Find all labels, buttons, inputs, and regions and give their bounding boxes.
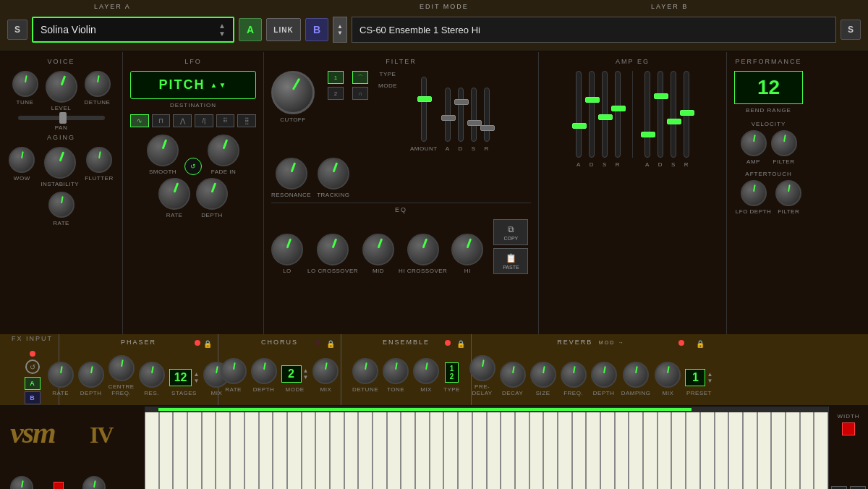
white-key[interactable] <box>700 412 715 489</box>
aftertouch-filter-knob[interactable] <box>775 180 801 206</box>
white-key[interactable] <box>715 412 729 489</box>
white-key[interactable] <box>558 412 572 489</box>
ensemble-detune-knob[interactable] <box>352 358 378 384</box>
white-key[interactable] <box>629 412 643 489</box>
pitch-knob[interactable] <box>82 476 106 489</box>
filter-a-fader[interactable] <box>421 77 427 142</box>
filter-d-fader[interactable] <box>445 88 451 142</box>
wave-square[interactable]: ⊓ <box>152 114 171 127</box>
white-key[interactable] <box>230 412 244 489</box>
white-key[interactable] <box>529 412 544 489</box>
volume-knob[interactable] <box>10 476 33 489</box>
on-button[interactable]: ON <box>850 486 866 489</box>
filter-r-fader[interactable] <box>471 88 477 142</box>
amp-a-fader[interactable] <box>576 71 582 158</box>
white-key[interactable] <box>358 412 373 489</box>
flutter-knob[interactable] <box>86 147 112 173</box>
white-key[interactable] <box>814 412 828 489</box>
cutoff-knob[interactable] <box>271 71 315 114</box>
white-key[interactable] <box>259 412 273 489</box>
wave-sine[interactable]: ∿ <box>130 114 149 127</box>
amp-d-fader[interactable] <box>589 71 595 158</box>
white-key[interactable] <box>800 412 814 489</box>
copy-button[interactable]: ⧉ COPY <box>493 219 528 245</box>
reverb-damping-knob[interactable] <box>623 362 649 388</box>
filter-type-1[interactable]: 1 <box>328 71 344 84</box>
lfo-depth-knob[interactable] <box>196 178 228 210</box>
wave-rnd2[interactable]: ⣿ <box>237 114 256 127</box>
b-button[interactable]: B <box>305 18 328 41</box>
phaser-stages-arrows[interactable]: ▲▼ <box>193 371 199 384</box>
amp-eg-s2-fader[interactable] <box>671 71 676 158</box>
phaser-rate-knob[interactable] <box>48 362 74 388</box>
white-key[interactable] <box>671 412 686 489</box>
lfo-rate-knob[interactable] <box>158 178 190 210</box>
filter-mode-lp[interactable]: ⌒ <box>352 71 368 84</box>
filter-mode-hp[interactable]: ∩ <box>352 87 368 100</box>
eq-hi-knob[interactable] <box>451 234 483 265</box>
reverb-freq-knob[interactable] <box>561 362 587 388</box>
eq-mid-knob[interactable] <box>362 234 394 265</box>
width-button[interactable] <box>842 422 855 435</box>
chorus-depth-knob[interactable] <box>251 358 277 384</box>
ensemble-tone-knob[interactable] <box>383 358 409 384</box>
white-key[interactable] <box>458 412 472 489</box>
white-key[interactable] <box>757 412 772 489</box>
white-key[interactable] <box>586 412 600 489</box>
reverb-lock[interactable]: 🔒 <box>696 340 705 348</box>
amp-s-fader[interactable] <box>602 71 608 158</box>
white-key[interactable] <box>315 412 330 489</box>
white-key[interactable] <box>600 412 615 489</box>
white-key[interactable] <box>401 412 415 489</box>
paste-button[interactable]: 📋 PASTE <box>493 248 528 274</box>
white-key[interactable] <box>515 412 529 489</box>
velocity-filter-knob[interactable] <box>771 130 797 156</box>
amp-r-fader[interactable] <box>615 71 621 158</box>
velocity-amp-knob[interactable] <box>741 130 767 156</box>
tracking-knob[interactable] <box>318 158 349 190</box>
white-key[interactable] <box>187 412 202 489</box>
white-key[interactable] <box>302 412 316 489</box>
white-key[interactable] <box>430 412 444 489</box>
reverb-depth-knob[interactable] <box>591 362 617 388</box>
lfo-sync-button[interactable]: ↺ <box>184 158 202 175</box>
white-key[interactable] <box>330 412 344 489</box>
white-key[interactable] <box>487 412 501 489</box>
fx-b-button[interactable]: B <box>25 391 41 404</box>
a-button[interactable]: A <box>239 18 262 41</box>
detune-knob[interactable] <box>85 71 111 97</box>
balance-a-button[interactable] <box>54 482 64 489</box>
preset-b-arrows[interactable]: ▲▼ <box>333 17 347 43</box>
white-key[interactable] <box>728 412 743 489</box>
wave-tri[interactable]: ⋀ <box>173 114 192 127</box>
white-key[interactable] <box>686 412 700 489</box>
amp-eg-d2-fader[interactable] <box>658 71 663 158</box>
fx-a-button[interactable]: A <box>25 377 41 390</box>
white-key[interactable] <box>786 412 800 489</box>
chorus-rate-knob[interactable] <box>221 358 247 384</box>
ensemble-lock[interactable]: 🔒 <box>456 340 465 348</box>
white-key[interactable] <box>159 412 174 489</box>
filter-type-2[interactable]: 2 <box>328 87 344 100</box>
ensemble-mix-knob[interactable] <box>413 358 439 384</box>
white-key[interactable] <box>771 412 786 489</box>
reverb-preset-arrows[interactable]: ▲▼ <box>707 371 712 384</box>
white-key[interactable] <box>373 412 387 489</box>
tune-knob[interactable] <box>12 71 38 97</box>
eq-lo-crossover-knob[interactable] <box>317 234 349 265</box>
white-key[interactable] <box>216 412 230 489</box>
white-key[interactable] <box>145 412 159 489</box>
rate-knob-voice[interactable] <box>48 192 75 218</box>
white-key[interactable] <box>543 412 558 489</box>
amp-eg-r2-fader[interactable] <box>684 71 689 158</box>
white-key[interactable] <box>387 412 401 489</box>
white-key[interactable] <box>273 412 287 489</box>
lfo-smooth-knob[interactable] <box>147 135 179 166</box>
chorus-mix-knob[interactable] <box>312 358 339 384</box>
chorus-mode-arrows[interactable]: ▲▼ <box>303 367 309 380</box>
wave-rnd1[interactable]: ⠿ <box>216 114 235 127</box>
white-key[interactable] <box>202 412 216 489</box>
pan-slider[interactable] <box>18 116 105 120</box>
white-key[interactable] <box>443 412 458 489</box>
white-key[interactable] <box>472 412 487 489</box>
